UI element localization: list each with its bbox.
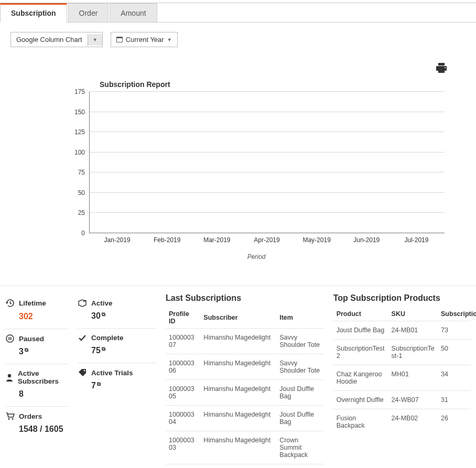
external-link-icon: ⧉: [25, 347, 28, 353]
tab-order[interactable]: Order: [68, 3, 109, 22]
external-link-icon: ⧉: [102, 311, 105, 317]
stat-orders[interactable]: Orders 1548 / 1605: [5, 407, 68, 441]
y-tick-label: 125: [74, 128, 85, 136]
chart-type-select[interactable]: Google Column Chart ▼: [10, 32, 103, 47]
tab-amount[interactable]: Amount: [110, 3, 157, 22]
last-subscriptions-table: Profile ID Subscriber Item 100000307Hima…: [166, 307, 324, 464]
chart-type-label: Google Column Chart: [11, 32, 88, 47]
svg-rect-2: [438, 69, 445, 73]
y-tick-label: 150: [74, 108, 85, 116]
stat-paused[interactable]: Paused 3⧉: [5, 329, 68, 364]
box-check-icon: [78, 299, 87, 307]
table-row[interactable]: 100000306Himanshu MagedelightSavvy Shoul…: [166, 354, 324, 380]
subscription-chart: Subscription Report 0255075100125150175 …: [0, 75, 476, 260]
table-row[interactable]: Joust Duffle Bag24-MB0173: [333, 321, 471, 340]
x-tick-label: Feb-2019: [142, 236, 192, 244]
svg-point-8: [8, 418, 9, 420]
history-icon: [5, 299, 15, 308]
chevron-down-icon: ▼: [88, 34, 102, 46]
print-button[interactable]: [436, 63, 447, 75]
top-products-table: Product SKU Subscriptions Joust Duffle B…: [333, 307, 471, 434]
table-row[interactable]: SubscriptionTest2SubscriptionTest-150: [333, 340, 471, 365]
external-link-icon: ⧉: [97, 381, 101, 387]
period-label: Current Year: [126, 36, 164, 43]
chart-controls: Google Column Chart ▼ Current Year ▼: [0, 23, 476, 47]
calendar-icon: [116, 37, 123, 42]
report-tabs: Subscription Order Amount: [0, 3, 476, 23]
table-row[interactable]: 100000304Himanshu MagedelightJoust Duffl…: [166, 406, 324, 431]
tag-icon: [78, 368, 87, 377]
y-tick-label: 100: [74, 149, 85, 156]
svg-point-7: [8, 374, 11, 377]
print-icon: [436, 63, 447, 73]
stat-active-trials[interactable]: Active Trials 7⧉: [78, 363, 156, 398]
svg-point-4: [6, 335, 14, 342]
pause-icon: [5, 334, 15, 343]
period-select[interactable]: Current Year ▼: [111, 32, 178, 47]
stats-column-1: Lifetime 302 Paused 3⧉ Active Subscriber…: [5, 293, 68, 441]
y-tick-label: 75: [78, 169, 85, 176]
stat-lifetime[interactable]: Lifetime 302: [5, 293, 68, 329]
svg-rect-5: [9, 337, 10, 340]
y-tick-label: 50: [78, 189, 85, 197]
top-products-panel: Top Subscription Products Product SKU Su…: [333, 293, 471, 434]
x-tick-label: Jan-2019: [92, 236, 142, 244]
table-row[interactable]: 100000307Himanshu MagedelightSavvy Shoul…: [166, 329, 324, 354]
svg-rect-6: [10, 337, 12, 340]
x-tick-label: Mar-2019: [192, 236, 242, 244]
table-row[interactable]: Fusion Backpack24-MB0226: [333, 409, 471, 435]
stat-complete[interactable]: Complete 75⧉: [78, 329, 156, 363]
x-tick-label: Jul-2019: [392, 236, 441, 244]
svg-point-3: [445, 67, 446, 68]
table-row[interactable]: Overnight Duffle24-WB0731: [333, 391, 471, 409]
x-tick-label: Jun-2019: [342, 236, 392, 244]
stat-active-subscribers[interactable]: Active Subscribers 8: [5, 364, 68, 407]
check-icon: [78, 334, 87, 342]
table-row[interactable]: 100000305Himanshu MagedelightJoust Duffl…: [166, 380, 324, 406]
x-tick-label: Apr-2019: [242, 236, 291, 244]
last-subscriptions-panel: Last Subscriptions Profile ID Subscriber…: [166, 293, 324, 464]
stats-column-2: Active 30⧉ Complete 75⧉ Active Trials 7⧉: [78, 293, 156, 398]
x-axis-title: Period: [68, 253, 445, 260]
panel-title: Last Subscriptions: [166, 293, 324, 303]
svg-rect-0: [438, 63, 445, 66]
panel-title: Top Subscription Products: [333, 293, 471, 303]
table-row[interactable]: Chaz Kangeroo HoodieMH0134: [333, 365, 471, 391]
y-tick-label: 0: [81, 230, 85, 237]
chart-title: Subscription Report: [100, 80, 445, 89]
y-tick-label: 175: [74, 88, 85, 95]
stat-active[interactable]: Active 30⧉: [78, 293, 156, 329]
user-icon: [5, 373, 14, 382]
x-tick-label: May-2019: [292, 236, 342, 244]
svg-point-10: [84, 370, 85, 372]
tab-subscription[interactable]: Subscription: [0, 3, 67, 23]
svg-point-9: [12, 418, 13, 420]
external-link-icon: ⧉: [102, 346, 105, 352]
chevron-down-icon: ▼: [167, 37, 172, 42]
table-row[interactable]: 100000303Himanshu MagedelightCrown Summi…: [166, 431, 324, 464]
y-tick-label: 25: [78, 209, 85, 216]
cart-icon: [5, 412, 15, 420]
